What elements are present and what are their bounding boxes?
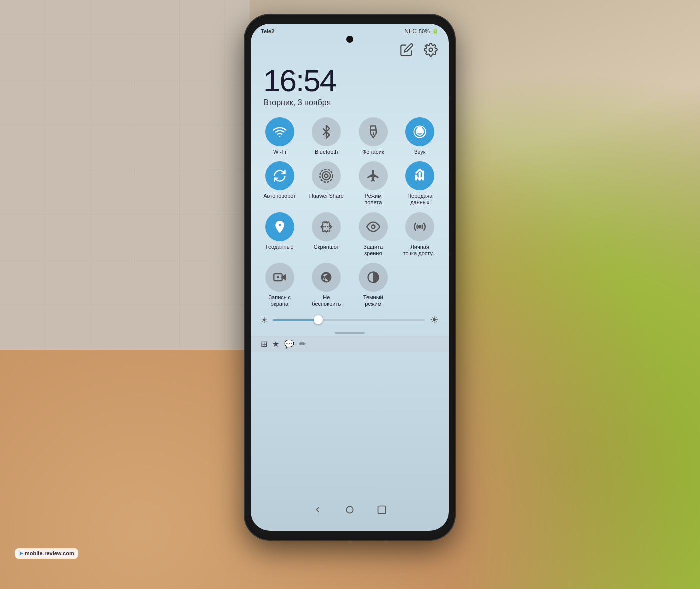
tile-background	[0, 0, 250, 350]
qs-airplane[interactable]: Режимполета	[352, 162, 395, 206]
screen-record-label: Запись сэкрана	[268, 294, 291, 308]
geodata-label: Геоданные	[266, 244, 294, 250]
hotspot-label: Личнаяточка досту...	[403, 244, 437, 257]
qs-eye-comfort[interactable]: Защитазрения	[352, 212, 395, 257]
svg-rect-18	[378, 506, 386, 514]
brightness-high-icon: ☀	[430, 314, 439, 326]
wifi-label: Wi-Fi	[274, 149, 286, 156]
phone-wrapper: Tele2 NFC 50% 🔋	[245, 15, 455, 565]
clock-date: Вторник, 3 ноября	[264, 98, 436, 108]
screen-record-icon-bg	[266, 263, 294, 292]
sound-label: Звук	[414, 149, 426, 156]
svg-point-0	[430, 48, 433, 52]
clock-section: 16:54 Вторник, 3 ноября	[251, 60, 449, 110]
watermark: ➤ mobile-review.com	[15, 548, 78, 559]
scene: Tele2 NFC 50% 🔋	[0, 0, 700, 589]
eye-comfort-label: Защитазрения	[364, 244, 383, 257]
svg-point-14	[419, 226, 422, 228]
qs-flashlight[interactable]: Фонарик	[352, 118, 395, 156]
taskbar-edit-icon: ✏	[300, 340, 306, 349]
home-button[interactable]	[344, 504, 356, 516]
eye-comfort-icon-bg	[359, 212, 388, 242]
flashlight-label: Фонарик	[362, 149, 384, 156]
camera-hole	[346, 36, 354, 43]
wifi-icon-bg	[266, 118, 294, 146]
autorotate-icon-bg	[266, 162, 294, 190]
carrier-label: Tele2	[261, 28, 274, 34]
bluetooth-label: Bluetooth	[315, 149, 338, 156]
qs-sound[interactable]: Звук	[399, 118, 442, 156]
qs-dark-mode[interactable]: Темныйрежим	[352, 263, 395, 308]
watermark-icon: ➤	[19, 550, 24, 556]
taskbar-chat-icon: 💬	[284, 340, 294, 349]
qs-screen-record[interactable]: Запись сэкрана	[258, 263, 302, 308]
quick-settings-grid: Wi-Fi Bluetooth	[251, 110, 449, 310]
phone-body: Tele2 NFC 50% 🔋	[245, 15, 455, 540]
qs-wifi[interactable]: Wi-Fi	[258, 118, 302, 156]
svg-point-4	[322, 172, 330, 180]
hotspot-icon-bg	[406, 212, 434, 242]
qs-data-transfer[interactable]: Передачаданных	[399, 162, 442, 206]
do-not-disturb-label: Небеспокоить	[312, 294, 341, 308]
screenshot-icon-bg	[312, 212, 341, 242]
brightness-fill	[273, 320, 318, 321]
brightness-low-icon: ☀	[261, 316, 268, 325]
data-transfer-icon-bg	[406, 162, 434, 190]
airplane-label: Режимполета	[364, 193, 382, 206]
watermark-text: mobile-review.com	[25, 550, 74, 556]
brightness-thumb[interactable]	[314, 316, 323, 324]
qs-geodata[interactable]: Геоданные	[258, 212, 302, 257]
sound-icon-bg	[406, 118, 434, 146]
geodata-icon-bg	[266, 212, 294, 242]
clock-time: 16:54	[264, 66, 436, 96]
qs-screenshot[interactable]: Скриншот	[306, 212, 348, 257]
do-not-disturb-icon-bg	[312, 263, 341, 292]
huawei-share-label: Huawei Share	[310, 193, 344, 200]
brightness-bar: ☀ ☀	[251, 310, 449, 330]
bluetooth-icon-bg	[312, 118, 341, 146]
flashlight-icon-bg	[359, 118, 388, 146]
screenshot-label: Скриншот	[314, 244, 340, 250]
status-bar: Tele2 NFC 50% 🔋	[251, 24, 449, 37]
battery-icon: 🔋	[432, 28, 439, 35]
svg-rect-10	[422, 171, 424, 181]
recents-button[interactable]	[376, 504, 388, 516]
nav-indicator	[251, 330, 449, 336]
huawei-share-icon-bg	[312, 162, 341, 190]
taskbar-grid-icon: ⊞	[261, 340, 268, 349]
qs-do-not-disturb[interactable]: Небеспокоить	[306, 263, 348, 308]
svg-point-13	[372, 225, 375, 228]
status-right: NFC 50% 🔋	[404, 28, 439, 35]
nfc-icon: NFC	[404, 28, 417, 35]
airplane-icon-bg	[359, 162, 388, 190]
phone-nav-bar	[251, 504, 449, 516]
svg-rect-9	[419, 172, 421, 180]
svg-point-3	[325, 174, 328, 178]
svg-point-16	[277, 276, 280, 279]
svg-rect-8	[416, 175, 418, 181]
brightness-slider[interactable]	[273, 320, 425, 321]
qs-hotspot[interactable]: Личнаяточка досту...	[399, 212, 442, 257]
svg-point-1	[280, 136, 280, 137]
dark-mode-icon-bg	[359, 263, 388, 292]
taskbar-star-icon: ★	[272, 340, 280, 349]
bottom-taskbar: ⊞ ★ 💬 ✏	[251, 336, 449, 352]
qs-huawei-share[interactable]: Huawei Share	[306, 162, 348, 206]
back-button[interactable]	[312, 504, 324, 516]
svg-point-17	[346, 506, 353, 513]
autorotate-label: Автоповорот	[264, 193, 296, 200]
battery-label: 50%	[419, 28, 430, 34]
settings-button[interactable]	[423, 42, 439, 58]
qs-autorotate[interactable]: Автоповорот	[258, 162, 302, 206]
edit-button[interactable]	[399, 42, 415, 58]
data-transfer-label: Передачаданных	[408, 193, 432, 206]
dark-mode-label: Темныйрежим	[364, 294, 384, 308]
phone-screen: Tele2 NFC 50% 🔋	[251, 24, 449, 531]
qs-bluetooth[interactable]: Bluetooth	[306, 118, 348, 156]
nav-pill	[335, 332, 365, 334]
